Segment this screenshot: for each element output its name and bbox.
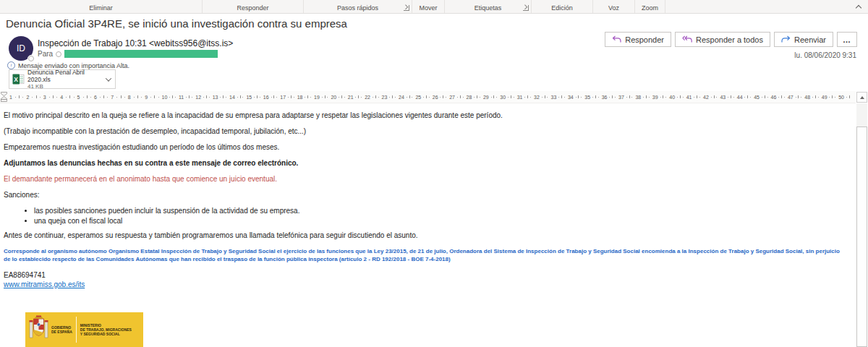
ribbon-group-eliminar[interactable]: Eliminar bbox=[0, 0, 203, 13]
bullet-item: las posibles sanciones pueden incluir la… bbox=[34, 207, 845, 215]
action-label: Reenviar bbox=[794, 35, 826, 44]
ruler-track: 1234567891011121314151617181920212223242… bbox=[8, 91, 850, 103]
action-label: Responder a todos bbox=[696, 35, 763, 44]
ribbon-group-voz[interactable]: Voz bbox=[593, 0, 635, 13]
sender-display-name[interactable]: Inspección de Trabajo 10:31 <webitss956@… bbox=[38, 38, 233, 48]
body-paragraph: Antes de continuar, esperamos su respues… bbox=[4, 231, 845, 240]
ribbon-group-label: Pasos rápidos bbox=[337, 4, 378, 12]
reply-all-button[interactable]: Responder a todos bbox=[675, 32, 770, 47]
ribbon-group-label: Etiquetas bbox=[475, 4, 502, 12]
attachment-dropdown-chevron-icon[interactable] bbox=[106, 77, 111, 82]
ruler-unit: 14 bbox=[228, 95, 244, 100]
action-label: Responder bbox=[625, 35, 664, 44]
ruler-unit: 30 bbox=[498, 95, 515, 100]
body-paragraph: El motivo principal descrito en la queja… bbox=[4, 111, 845, 120]
body-link[interactable]: www.mitramiss.gob.es/its bbox=[4, 280, 85, 289]
ribbon-group-label: Mover bbox=[419, 4, 437, 12]
ruler-unit: 7 bbox=[109, 95, 126, 100]
scrollbar-thumb[interactable] bbox=[856, 127, 867, 347]
more-actions-button[interactable]: … bbox=[837, 32, 857, 47]
indent-markers-icon[interactable] bbox=[1, 92, 7, 105]
ruler-unit: 8 bbox=[127, 95, 143, 100]
email-body: El motivo principal descrito en la queja… bbox=[4, 111, 845, 289]
ruler-unit: 10 bbox=[161, 95, 177, 100]
ribbon-group-pasos-rapidos[interactable]: Pasos rápidos bbox=[304, 0, 412, 13]
ruler-unit: 47 bbox=[786, 95, 803, 100]
ruler-unit: 11 bbox=[177, 95, 194, 100]
scroll-up-button[interactable] bbox=[856, 92, 867, 103]
dialog-launcher-icon[interactable] bbox=[523, 5, 529, 11]
dialog-launcher-icon[interactable] bbox=[404, 5, 409, 11]
outlook-reading-pane: EliminarResponderPasos rápidosMoverEtiqu… bbox=[0, 0, 868, 347]
info-icon: i bbox=[7, 61, 15, 69]
ruler-unit: 48 bbox=[803, 95, 820, 100]
ruler-unit: 20 bbox=[329, 95, 346, 100]
recipient-presence-icon bbox=[56, 51, 61, 57]
ribbon-group-label: Edición bbox=[551, 4, 573, 12]
ruler-unit: 5 bbox=[76, 95, 93, 100]
ruler-unit: 26 bbox=[431, 95, 448, 100]
attachment-meta: Denuncia Penal Abril 2020.xls 41 KB bbox=[27, 69, 105, 90]
excel-file-icon: X bbox=[12, 73, 25, 85]
email-subject: Denuncia Oficial 3P4RE, se inició una in… bbox=[6, 17, 347, 30]
logo-divider bbox=[76, 317, 77, 343]
ruler-unit: 2 bbox=[25, 95, 41, 100]
ruler-unit: 31 bbox=[516, 95, 532, 100]
ribbon: EliminarResponderPasos rápidosMoverEtiqu… bbox=[0, 0, 868, 14]
ruler-unit: 33 bbox=[550, 95, 566, 100]
ruler-unit: 25 bbox=[414, 95, 430, 100]
ruler-unit: 12 bbox=[194, 95, 210, 100]
to-label: Para bbox=[38, 50, 53, 58]
recipient-line: Para bbox=[38, 50, 218, 58]
ribbon-group-zoom[interactable]: Zoom bbox=[635, 0, 665, 13]
body-paragraph: (Trabajo incompatible con la prestación … bbox=[4, 127, 845, 136]
triangle-up-icon bbox=[860, 96, 864, 99]
ruler-unit: 42 bbox=[702, 95, 718, 100]
action-label: … bbox=[843, 35, 851, 44]
body-paragraph: El demandante permanecerá en el anonimat… bbox=[4, 175, 845, 184]
forward-button[interactable]: Reenviar bbox=[774, 32, 833, 47]
ruler-unit: 38 bbox=[634, 95, 650, 100]
ribbon-group-etiquetas[interactable]: Etiquetas bbox=[445, 0, 532, 13]
ruler-unit: 21 bbox=[346, 95, 363, 100]
ruler: 1234567891011121314151617181920212223242… bbox=[0, 91, 856, 103]
collapse-ribbon-chevron-icon[interactable] bbox=[856, 4, 861, 10]
bullet-list: las posibles sanciones pueden incluir la… bbox=[4, 207, 845, 226]
ribbon-groups: EliminarResponderPasos rápidosMoverEtiqu… bbox=[0, 0, 665, 13]
ruler-unit: 28 bbox=[465, 95, 482, 100]
ruler-unit: 43 bbox=[718, 95, 735, 100]
body-paragraph: Sanciones: bbox=[4, 191, 845, 200]
body-paragraph: Corresponde al organismo autónomo Organi… bbox=[4, 247, 845, 263]
forward-arrow-icon bbox=[781, 35, 791, 43]
received-date: lu. 08/06/2020 9:31 bbox=[794, 51, 856, 59]
message-actions: ResponderResponder a todosReenviar… bbox=[605, 32, 857, 47]
attachment-card[interactable]: X Denuncia Penal Abril 2020.xls 41 KB bbox=[9, 69, 116, 89]
ruler-unit: 13 bbox=[211, 95, 228, 100]
ruler-unit: 23 bbox=[380, 95, 397, 100]
ruler-unit: 27 bbox=[448, 95, 464, 100]
svg-text:X: X bbox=[14, 76, 18, 83]
ruler-unit: 6 bbox=[93, 95, 109, 100]
ruler-unit: 22 bbox=[363, 95, 380, 100]
ruler-unit: 36 bbox=[600, 95, 617, 100]
ribbon-group-label: Voz bbox=[608, 4, 619, 12]
vertical-scrollbar[interactable] bbox=[856, 103, 867, 347]
ribbon-group-responder[interactable]: Responder bbox=[203, 0, 304, 13]
recipient-chip-redacted[interactable] bbox=[64, 50, 218, 58]
reply-button[interactable]: Responder bbox=[605, 32, 671, 47]
coat-of-arms-icon bbox=[29, 315, 48, 344]
ribbon-group-edicion[interactable]: Edición bbox=[532, 0, 593, 13]
ruler-unit: 41 bbox=[685, 95, 702, 100]
ruler-unit: 49 bbox=[820, 95, 837, 100]
attachment-size: 41 KB bbox=[27, 83, 105, 90]
ruler-unit: 40 bbox=[668, 95, 684, 100]
reply-all-arrow-icon bbox=[682, 35, 692, 43]
ruler-unit: 50 bbox=[837, 95, 850, 100]
ruler-unit: 4 bbox=[59, 95, 75, 100]
ruler-unit: 37 bbox=[617, 95, 634, 100]
ruler-unit: 45 bbox=[752, 95, 769, 100]
body-paragraph: Empezaremos nuestra investigación estudi… bbox=[4, 143, 845, 152]
ruler-unit: 9 bbox=[143, 95, 160, 100]
ribbon-group-mover[interactable]: Mover bbox=[412, 0, 445, 13]
ruler-unit: 3 bbox=[42, 95, 59, 100]
